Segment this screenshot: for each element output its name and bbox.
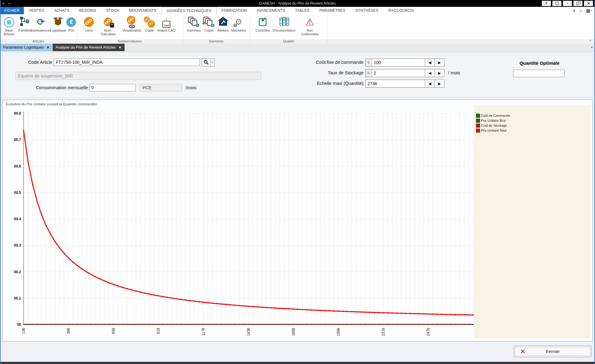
per-month-text: /mois (186, 85, 196, 90)
ribbon-button-ateliers[interactable]: Ateliers (216, 15, 230, 33)
cout-fixe-increment-button[interactable]: ▶ (434, 59, 444, 66)
doc-tab-parametres-logistiques[interactable]: Paramètres Logistiques ✕ (0, 44, 53, 51)
menu-tab-stock[interactable]: STOCK (101, 7, 124, 14)
chevron-down-icon: ▾ (591, 9, 592, 12)
ribbon-button-gammes[interactable]: Gammes (186, 15, 202, 33)
pin-ribbon-button[interactable]: ↑ (552, 1, 562, 6)
help-button[interactable]: ? (542, 1, 551, 6)
code-article-input[interactable] (54, 59, 200, 66)
ribbon-button-documentation[interactable]: Documentation (272, 15, 297, 33)
doc-tab-analyse-prix-revient[interactable]: Analyse du Prix de Revient Articles ✕ (53, 44, 125, 51)
consommation-input[interactable] (89, 84, 136, 91)
fermer-button[interactable]: ✕ Fermer (514, 346, 591, 357)
ribbon-button-label: Nom. Calculées (96, 29, 120, 36)
ribbon-button-nom-calculees[interactable]: += Nom. Calculées (95, 15, 121, 36)
ribbon-button-visualisation[interactable]: Visualisation (121, 15, 143, 33)
quantite-optimale-input[interactable] (513, 70, 565, 77)
restore-button[interactable] (573, 1, 583, 6)
taux-decrement-button[interactable]: ◀ (425, 69, 434, 77)
minimize-button[interactable]: – (563, 1, 572, 6)
ribbon-button-label: Prix (68, 29, 74, 32)
code-article-label: Code Article (13, 60, 52, 65)
search-article-button[interactable] (202, 59, 210, 67)
ribbon-button-label: Gammes (187, 29, 201, 32)
titlebar: ✶ ▾ GANESH - Analyse du Prix de Revient … (0, 0, 595, 7)
taux-stockage-spinner: % ◀ ▶ (365, 69, 444, 77)
pin-icon: ↑ (555, 2, 559, 5)
gammes-cards-icon (188, 16, 200, 28)
menu-tab-mouvements[interactable]: MOUVEMENTS (124, 7, 161, 14)
svg-text:916: 916 (156, 328, 161, 334)
menu-tab-fabrication[interactable]: FABRICATION (217, 7, 252, 14)
import-cao-icon: ↓CAO (162, 16, 171, 28)
menu-tab-donnees-techniques[interactable]: DONNÉES TECHNIQUES (161, 7, 217, 14)
chart-panel: Evolution du Prix Unitaire suivant la Qu… (2, 100, 593, 341)
echelle-maxi-input[interactable] (366, 80, 425, 87)
ribbon-button-non-conformites[interactable]: ⚠ Non conformités (297, 15, 323, 36)
ribbon-button-import-cao[interactable]: ↓CAO Import CAO (156, 15, 176, 33)
legend-item: Coût de Commande (476, 113, 591, 118)
info-icon[interactable]: i (574, 8, 575, 13)
search-options-caret[interactable]: ▾ (210, 59, 215, 67)
cout-fixe-decrement-button[interactable]: ◀ (425, 59, 434, 66)
menu-tab-syntheses[interactable]: SYNTHÈSES (350, 7, 384, 14)
menu-tab-avancements[interactable]: AVANCEMENTS (252, 7, 290, 14)
menu-tab-besoins[interactable]: BESOINS (74, 7, 101, 14)
clock-icon (210, 23, 215, 28)
legend-item: Prix Unitaire Brut (476, 118, 591, 123)
ribbon-button-equivalences[interactable]: ⟳ Equivalences (32, 15, 50, 33)
ribbon-button-label: Base Articles (1, 29, 17, 36)
legend-label: Coût de Stockage (481, 124, 507, 127)
collapse-ribbon-icon[interactable]: ^ (589, 39, 591, 43)
menu-tab-achats[interactable]: ACHATS (49, 7, 74, 14)
svg-text:00: 00 (17, 322, 21, 327)
ribbon-group-separator (183, 15, 183, 43)
ribbon-button-copie-gammes[interactable]: + Copie (202, 15, 216, 33)
echelle-increment-button[interactable]: ▶ (434, 80, 444, 87)
window-title: GANESH - Analyse du Prix de Revient Arti… (0, 1, 595, 6)
taux-stockage-input[interactable] (372, 69, 425, 77)
taux-increment-button[interactable]: ▶ (434, 69, 444, 77)
home-icon[interactable]: ⌂ (579, 8, 582, 13)
close-tab-icon[interactable]: ✕ (46, 46, 49, 50)
menu-tab-parametres[interactable]: PARAMÈTRES (315, 7, 350, 14)
ribbon-button-logistique[interactable]: Logistique (51, 15, 65, 33)
ribbon-button-label: Machines (231, 29, 246, 32)
menu-tab-ventes[interactable]: VENTES (24, 7, 49, 14)
legend-label: Coût de Commande (481, 114, 510, 117)
ribbon-button-base-articles[interactable]: ▦ Base Articles (0, 15, 18, 36)
ribbon-button-machines[interactable]: ⚙⚙ Machines (230, 15, 247, 33)
ribbon-button-controles[interactable]: ✔ Contrôles (254, 15, 271, 33)
close-button[interactable]: ✕ (584, 1, 593, 6)
grid-menu-button[interactable]: ▦ ▾ (586, 8, 592, 13)
ribbon-group-label: Articles (0, 39, 77, 43)
per-month-text-right: / mois (448, 70, 460, 75)
ribbon-button-liens[interactable]: Liens (83, 15, 95, 33)
quick-access-caret-icon[interactable]: ▾ (8, 2, 10, 5)
cout-fixe-spinner: € ◀ ▶ (365, 59, 444, 67)
ribbon-button-familles[interactable]: Familles (19, 15, 31, 33)
menu-tab-fichier[interactable]: FICHIER (0, 7, 24, 14)
familles-icon (19, 16, 30, 28)
svg-text:2476: 2476 (426, 328, 430, 336)
ribbon-group-label: Qualité (250, 39, 327, 43)
legend-swatch (476, 124, 480, 128)
close-tab-icon[interactable]: ✕ (118, 46, 121, 50)
legend-swatch (476, 129, 480, 133)
menu-tab-raccourcis[interactable]: RACCOURCIS (383, 7, 419, 14)
svg-text:00.7: 00.7 (14, 138, 21, 142)
calculator-icon: += (110, 23, 114, 28)
ribbon-button-copie-nomenclatures[interactable]: Copie (143, 15, 156, 33)
logistique-icon (52, 16, 64, 28)
doc-tabs-overflow-icon[interactable]: ▼ (591, 46, 593, 49)
menu-tab-tables[interactable]: TABLES (290, 7, 314, 14)
ribbon: ▦ Base Articles Familles ⟳ Equivalences … (0, 14, 595, 39)
legend-label: Prix Unitaire Brut (481, 119, 505, 122)
window-border-bottom (0, 362, 595, 364)
ribbon-button-label: Documentation (273, 29, 296, 32)
echelle-decrement-button[interactable]: ◀ (425, 80, 434, 87)
machines-gear-icon: ⚙⚙ (233, 16, 244, 28)
ribbon-button-prix[interactable]: € Prix (66, 15, 77, 33)
controles-checkbox-icon: ✔ (259, 18, 267, 26)
cout-fixe-input[interactable] (372, 59, 425, 66)
